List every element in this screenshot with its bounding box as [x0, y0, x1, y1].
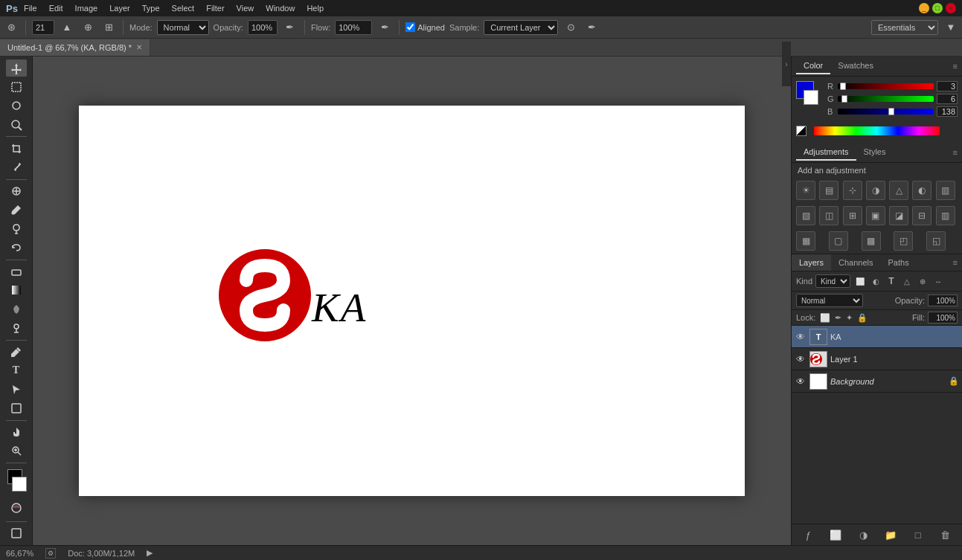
maximize-button[interactable]: □ — [932, 3, 943, 13]
threshold-adj-btn[interactable]: ▥ — [936, 206, 955, 225]
path-selection-tool[interactable] — [6, 381, 27, 398]
delete-layer-btn[interactable]: 🗑 — [938, 527, 953, 542]
history-brush-tool[interactable] — [6, 239, 27, 256]
pixel-filter-icon[interactable]: ⬜ — [853, 274, 867, 288]
red-value[interactable]: 3 — [937, 81, 958, 91]
aligned-checkbox[interactable] — [405, 22, 415, 32]
menu-filter[interactable]: Filter — [206, 4, 224, 13]
panel-collapse-btn[interactable]: › — [782, 57, 791, 86]
new-layer-btn[interactable]: □ — [911, 527, 926, 542]
menu-view[interactable]: View — [237, 4, 254, 13]
lock-pixels-icon[interactable]: ✒ — [835, 313, 841, 323]
frame2-adj-btn[interactable]: ◰ — [894, 231, 913, 251]
adjustments-tab[interactable]: Adjustments — [796, 144, 856, 161]
status-arrow-btn[interactable]: ▶ — [147, 548, 153, 558]
fill-input[interactable]: 100% — [928, 312, 958, 324]
layer-mask-btn[interactable]: ⬜ — [828, 527, 843, 542]
channel-mixer-adj-btn[interactable]: ⊞ — [843, 206, 862, 225]
layer-row-ka[interactable]: 👁 T KA — [792, 326, 962, 348]
brush-tool[interactable] — [6, 202, 27, 219]
move-tool[interactable] — [6, 59, 27, 77]
layers-panel-menu[interactable]: ≡ — [949, 258, 962, 267]
mode-select[interactable]: Normal — [157, 20, 209, 35]
sample-all-icon[interactable]: ⊙ — [562, 19, 579, 36]
brush-size-up[interactable]: ▲ — [59, 19, 75, 36]
bw-swatch[interactable] — [796, 126, 807, 136]
status-options-btn[interactable]: ⚙ — [45, 548, 56, 559]
frame1-adj-btn[interactable]: ▩ — [862, 231, 881, 251]
posterize-adj-btn[interactable]: ⊟ — [912, 206, 931, 225]
smart-filter-icon[interactable]: ⊕ — [916, 274, 929, 288]
adjustment-filter-icon[interactable]: ◐ — [869, 274, 882, 288]
color-spectrum[interactable] — [814, 126, 940, 135]
doc-tab-close[interactable]: ✕ — [136, 43, 142, 51]
workspace-expand-icon[interactable]: ▼ — [943, 19, 959, 36]
hand-tool[interactable] — [6, 423, 27, 440]
layer-row-background[interactable]: 👁 Background 🔒 — [792, 370, 962, 393]
color-lookup-adj-btn[interactable]: ▣ — [866, 206, 885, 225]
blur-tool[interactable] — [6, 300, 27, 318]
layer-group-btn[interactable]: 📁 — [883, 527, 898, 542]
frame3-adj-btn[interactable]: ◱ — [926, 231, 946, 251]
brightness-adj-btn[interactable]: ☀ — [796, 181, 815, 200]
menu-edit[interactable]: Edit — [49, 4, 63, 13]
healing-brush-tool[interactable] — [6, 182, 27, 199]
aligned-checkbox-label[interactable]: Aligned — [405, 22, 445, 32]
shape-filter-icon[interactable]: △ — [900, 274, 914, 288]
screen-mode-tool[interactable] — [6, 525, 27, 542]
channels-tab[interactable]: Channels — [831, 254, 880, 271]
lock-transparent-icon[interactable]: ⬜ — [820, 313, 830, 323]
layer-visibility-background[interactable]: 👁 — [795, 376, 807, 387]
workspace-select[interactable]: Essentials — [871, 20, 938, 35]
opacity-pen-icon[interactable]: ✒ — [282, 19, 298, 36]
menu-file[interactable]: File — [24, 4, 37, 13]
menu-help[interactable]: Help — [307, 4, 324, 13]
curves-adj-btn[interactable]: ⊹ — [843, 181, 862, 200]
shape-tool[interactable] — [6, 399, 27, 416]
zoom-tool[interactable] — [6, 442, 27, 460]
background-color-swatch[interactable] — [12, 477, 27, 492]
eyedropper-tool[interactable] — [6, 158, 27, 176]
layer-visibility-layer1[interactable]: 👁 — [795, 353, 807, 365]
kind-select[interactable]: Kind — [815, 274, 850, 288]
color-balance-adj-btn[interactable]: ▥ — [936, 181, 955, 200]
blend-mode-select[interactable]: Normal — [796, 294, 863, 307]
green-slider[interactable] — [838, 96, 934, 102]
pen-tool[interactable] — [6, 343, 27, 360]
menu-image[interactable]: Image — [75, 4, 98, 13]
green-value[interactable]: 6 — [937, 94, 958, 104]
exposure-adj-btn[interactable]: ◑ — [866, 181, 885, 200]
new-fill-layer-btn[interactable]: ◑ — [856, 527, 870, 542]
sample-select[interactable]: Current Layer — [484, 20, 558, 35]
gradient-map-adj-btn[interactable]: ▦ — [796, 231, 815, 251]
lasso-tool[interactable] — [6, 97, 27, 115]
opacity-input[interactable] — [248, 20, 278, 35]
layer-visibility-ka[interactable]: 👁 — [795, 331, 807, 343]
levels-adj-btn[interactable]: ▤ — [819, 181, 838, 200]
invert-adj-btn[interactable]: ◪ — [889, 206, 908, 225]
eraser-tool[interactable] — [6, 263, 27, 280]
lock-position-icon[interactable]: ✦ — [846, 313, 853, 323]
vibrance-adj-btn[interactable]: △ — [889, 181, 908, 200]
minimize-button[interactable]: _ — [919, 3, 929, 13]
clone-stamp-tool-options[interactable]: ⊛ — [3, 19, 19, 36]
gradient-tool[interactable] — [6, 282, 27, 299]
selective-color-adj-btn[interactable]: ▢ — [829, 231, 848, 251]
flow-input[interactable] — [335, 20, 372, 35]
close-button[interactable]: × — [946, 3, 956, 13]
menu-window[interactable]: Window — [266, 4, 295, 13]
menu-layer[interactable]: Layer — [109, 4, 130, 13]
clone-stamp-tool[interactable] — [6, 220, 27, 237]
red-slider[interactable] — [838, 83, 934, 89]
layer-styles-btn[interactable]: ƒ — [801, 527, 815, 542]
bg-color-swatch[interactable] — [804, 90, 818, 105]
brush-size-input[interactable]: 21 — [32, 20, 54, 35]
color-tab[interactable]: Color — [796, 58, 830, 74]
rectangular-marquee-tool[interactable] — [6, 78, 27, 95]
bw-adj-btn[interactable]: ▧ — [796, 206, 815, 225]
flow-pen-icon[interactable]: ✒ — [376, 19, 393, 36]
blue-value[interactable]: 138 — [937, 106, 958, 117]
lock-all-icon[interactable]: 🔒 — [857, 313, 868, 323]
ignore-adjustment-icon[interactable]: ✒ — [583, 19, 600, 36]
panel-expand-icon[interactable]: ↔ — [931, 274, 945, 288]
